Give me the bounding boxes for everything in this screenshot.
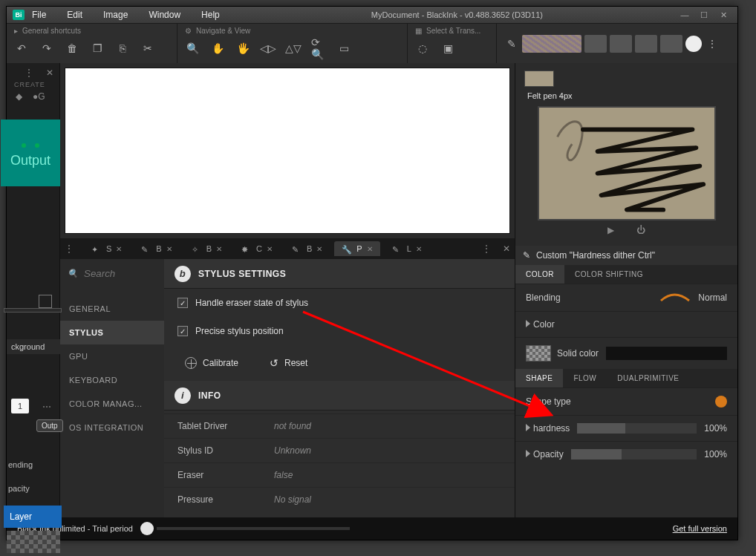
- menu-window[interactable]: Window: [149, 10, 180, 20]
- undo-icon[interactable]: ↶: [14, 41, 29, 56]
- brush-menu-icon[interactable]: ⋮: [705, 36, 720, 51]
- tabstrip-more-icon[interactable]: ⋮: [65, 243, 74, 254]
- minimize-button[interactable]: —: [677, 10, 693, 20]
- solid-color-row[interactable]: Solid color: [515, 337, 737, 369]
- brush-chip[interactable]: [524, 71, 554, 87]
- tabstrip-close-icon[interactable]: ✕: [503, 243, 510, 254]
- tab-number[interactable]: 1: [11, 399, 29, 413]
- brush-tool-icon[interactable]: ✎: [504, 36, 519, 51]
- output-node[interactable]: Output: [1, 120, 60, 186]
- dock-drag-handle-icon[interactable]: ⋮: [25, 68, 35, 78]
- square-toggle-icon[interactable]: [39, 295, 52, 308]
- background-layer-label[interactable]: ckground: [7, 339, 60, 354]
- layer-row-selected[interactable]: Layer: [4, 506, 62, 528]
- rotate-icon[interactable]: 🖐: [235, 41, 250, 56]
- shape-type-row[interactable]: Shape type: [515, 387, 737, 415]
- screen-icon[interactable]: ▭: [336, 41, 351, 56]
- nav-general[interactable]: GENERAL: [60, 297, 164, 321]
- tab-color-shifting[interactable]: COLOR SHIFTING: [564, 265, 654, 284]
- select-group-icon[interactable]: ▦: [415, 27, 422, 35]
- play-icon[interactable]: ▶: [607, 225, 614, 235]
- zoom-reset-icon[interactable]: ⟳🔍: [311, 41, 326, 56]
- tabstrip-menu-icon[interactable]: ⋮: [482, 243, 491, 254]
- tab-close-icon[interactable]: ✕: [216, 245, 222, 253]
- cut-icon[interactable]: ✂: [140, 41, 155, 56]
- opacity-slider[interactable]: [571, 449, 697, 459]
- tab-p-active[interactable]: 🔧P✕: [334, 241, 379, 256]
- shape-type-dot-icon[interactable]: [715, 396, 727, 408]
- tab-close-icon[interactable]: ✕: [367, 245, 373, 253]
- maximize-button[interactable]: ☐: [696, 10, 712, 20]
- menu-help[interactable]: Help: [201, 10, 220, 20]
- transform-icon[interactable]: ▣: [440, 41, 455, 56]
- menu-edit[interactable]: Edit: [67, 10, 82, 20]
- tab-more-icon[interactable]: ⋯: [42, 402, 51, 412]
- tab-close-icon[interactable]: ✕: [416, 245, 422, 253]
- hand-icon[interactable]: ✋: [210, 41, 225, 56]
- search-icon[interactable]: 🔍: [68, 269, 78, 278]
- tab-close-icon[interactable]: ✕: [267, 245, 273, 253]
- copy-icon[interactable]: ❐: [90, 41, 105, 56]
- zoom-icon[interactable]: 🔍: [185, 41, 200, 56]
- dock-close-icon[interactable]: ✕: [46, 68, 53, 78]
- brush-stroke-preview[interactable]: [522, 35, 581, 53]
- group-icon[interactable]: ●G: [33, 91, 45, 102]
- checkbox-icon[interactable]: ✓: [177, 298, 188, 308]
- tab-close-icon[interactable]: ✕: [316, 245, 322, 253]
- calibrate-button[interactable]: Calibrate: [175, 353, 249, 373]
- layers-icon[interactable]: ◆: [16, 91, 22, 102]
- nav-keyboard[interactable]: KEYBOARD: [60, 368, 164, 392]
- nav-os-integration[interactable]: OS INTEGRATION: [60, 416, 164, 439]
- tab-color[interactable]: COLOR: [515, 265, 564, 284]
- brush-swatch-3[interactable]: [635, 35, 657, 53]
- flip-h-icon[interactable]: ◁▷: [261, 41, 276, 56]
- brush-icon: ✎: [292, 245, 302, 252]
- get-full-version-link[interactable]: Get full version: [673, 524, 727, 533]
- tab-flow[interactable]: FLOW: [563, 369, 607, 387]
- redo-icon[interactable]: ↷: [39, 41, 54, 56]
- flip-v-icon[interactable]: △▽: [286, 41, 301, 56]
- color-swatch-icon[interactable]: [526, 345, 551, 362]
- output-button[interactable]: Outp: [36, 419, 63, 432]
- expand-icon[interactable]: ▸: [14, 27, 18, 35]
- tab-shape[interactable]: SHAPE: [515, 369, 563, 387]
- tab-close-icon[interactable]: ✕: [166, 245, 172, 253]
- brush-swatch-2[interactable]: [610, 35, 632, 53]
- menu-image[interactable]: Image: [103, 10, 128, 20]
- eraser-tool-icon[interactable]: [685, 36, 702, 52]
- tab-c[interactable]: ✸C✕: [234, 241, 280, 256]
- tab-b3[interactable]: ✎B✕: [284, 241, 330, 256]
- trash-icon[interactable]: 🗑: [65, 41, 79, 56]
- nav-gpu[interactable]: GPU: [60, 344, 164, 368]
- tab-l[interactable]: ✎L✕: [385, 241, 429, 256]
- tab-b1[interactable]: ✎B✕: [134, 241, 179, 256]
- hardness-slider[interactable]: [577, 423, 697, 434]
- tab-dualprimitive[interactable]: DUALPRIMITIVE: [607, 369, 689, 387]
- blending-row[interactable]: Blending Normal: [515, 284, 737, 311]
- brush-swatch-1[interactable]: [584, 35, 607, 53]
- close-button[interactable]: ✕: [715, 10, 731, 20]
- solid-color-input[interactable]: [606, 347, 727, 360]
- custom-controller-row[interactable]: ✎ Custom "Hardness dither Ctrl": [515, 246, 737, 265]
- gear-icon[interactable]: ⚙: [185, 27, 192, 35]
- nav-stylus[interactable]: STYLUS: [60, 321, 164, 344]
- document-canvas[interactable]: [65, 68, 510, 234]
- hardness-row[interactable]: hardness 100%: [515, 415, 737, 441]
- tab-close-icon[interactable]: ✕: [116, 245, 122, 253]
- checkbox-precise-position[interactable]: ✓ Precise stylus position: [164, 317, 515, 345]
- nav-color-manag[interactable]: COLOR MANAG...: [60, 392, 164, 416]
- opacity-row[interactable]: Opacity 100%: [515, 441, 737, 467]
- marquee-icon[interactable]: ◌: [415, 41, 430, 56]
- power-icon[interactable]: ⏻: [636, 225, 645, 235]
- paste-icon[interactable]: ⎘: [115, 41, 130, 56]
- menu-file[interactable]: File: [32, 10, 46, 20]
- brush-swatch-4[interactable]: [660, 35, 682, 53]
- settings-search-input[interactable]: [84, 268, 151, 279]
- color-expander[interactable]: Color: [515, 311, 737, 337]
- transparency-layer-icon[interactable]: [7, 531, 60, 553]
- reset-button[interactable]: ↺Reset: [259, 353, 318, 373]
- checkbox-icon[interactable]: ✓: [177, 326, 188, 336]
- tab-s[interactable]: ✦S✕: [84, 241, 129, 256]
- tab-b2[interactable]: ✧B✕: [184, 241, 229, 256]
- checkbox-eraser-state[interactable]: ✓ Handle eraser state of stylus: [164, 289, 515, 317]
